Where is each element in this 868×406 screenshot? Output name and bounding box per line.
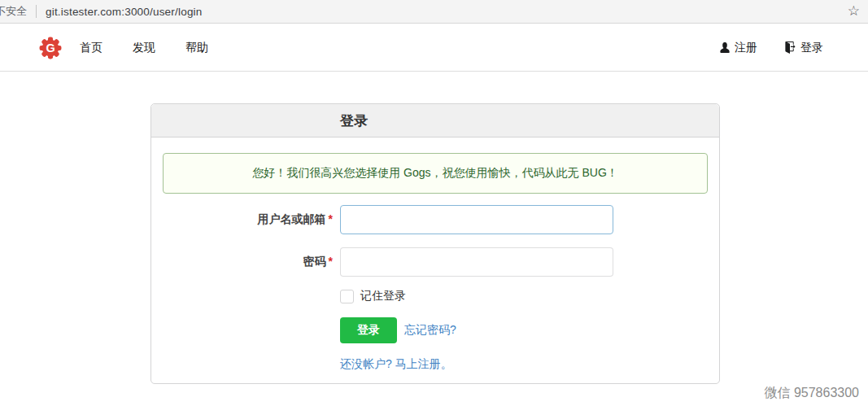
nav-item-help[interactable]: 帮助 [185, 41, 208, 55]
nav-signin-label: 登录 [800, 41, 823, 55]
submit-row: 登录 忘记密码? [340, 317, 708, 343]
password-label: 密码* [163, 255, 340, 269]
nav-item-register[interactable]: 注册 [720, 41, 757, 55]
nav-item-home[interactable]: 首页 [80, 41, 103, 55]
person-icon [720, 41, 730, 54]
nav-links: 首页 发现 帮助 [80, 41, 238, 55]
username-input[interactable] [340, 205, 613, 234]
nav-right: 注册 登录 [720, 41, 823, 55]
nav-item-signin[interactable]: 登录 [784, 41, 823, 55]
url-divider [36, 5, 37, 18]
bookmark-star-icon[interactable]: ☆ [848, 3, 860, 20]
top-navbar: G 首页 发现 帮助 注册 登录 [0, 24, 868, 72]
remember-me-label[interactable]: 记住登录 [360, 289, 406, 303]
password-field-row: 密码* [163, 247, 708, 277]
security-status-label[interactable]: 不安全 [0, 4, 27, 19]
svg-text:G: G [46, 41, 55, 55]
login-form-title: 登录 [151, 104, 719, 138]
url-text[interactable]: git.istester.com:3000/user/login [46, 6, 203, 18]
required-asterisk: * [329, 212, 333, 225]
welcome-message: 您好！我们很高兴您选择使用 Gogs，祝您使用愉快，代码从此无 BUG！ [163, 153, 708, 194]
required-asterisk: * [329, 255, 333, 268]
gogs-logo-icon[interactable]: G [39, 37, 62, 59]
signin-button[interactable]: 登录 [340, 317, 397, 343]
login-form-body: 您好！我们很高兴您选择使用 Gogs，祝您使用愉快，代码从此无 BUG！ 用户名… [151, 138, 719, 383]
remember-me-row: 记住登录 [340, 289, 708, 303]
sign-in-icon [784, 41, 796, 54]
remember-me-checkbox[interactable] [340, 290, 354, 303]
nav-item-explore[interactable]: 发现 [133, 41, 155, 55]
wechat-watermark: 微信 957863300 [764, 385, 859, 402]
login-form-card: 登录 您好！我们很高兴您选择使用 Gogs，祝您使用愉快，代码从此无 BUG！ … [150, 103, 720, 384]
nav-register-label: 注册 [735, 41, 757, 55]
browser-address-bar[interactable]: 不安全 git.istester.com:3000/user/login [0, 0, 868, 24]
register-hint-link[interactable]: 还没帐户? 马上注册。 [340, 357, 708, 375]
username-label: 用户名或邮箱* [163, 212, 340, 227]
forgot-password-link[interactable]: 忘记密码? [404, 323, 456, 338]
username-field-row: 用户名或邮箱* [163, 205, 708, 234]
password-input[interactable] [340, 247, 613, 277]
